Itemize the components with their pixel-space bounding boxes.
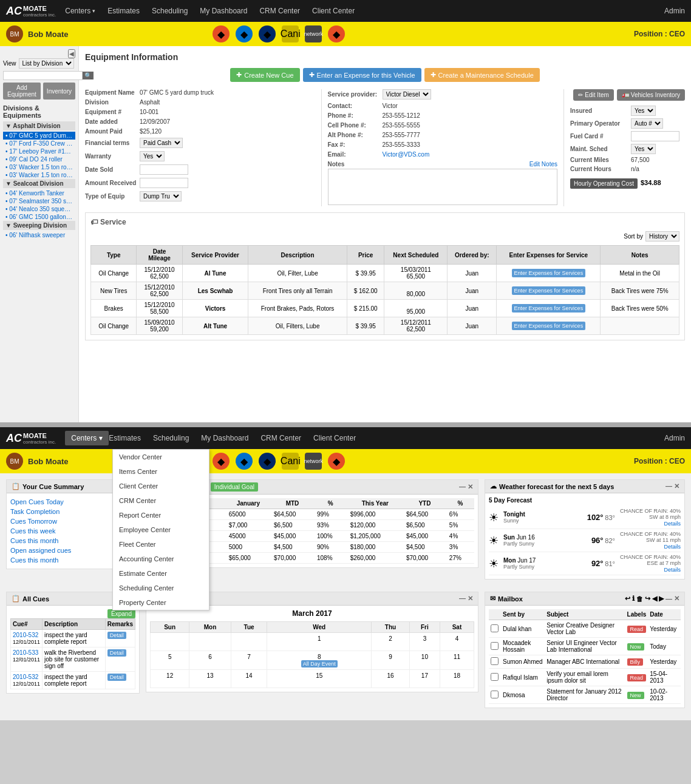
mailbox-trash-icon[interactable]: 🗑 — [636, 595, 643, 603]
noaa-icon[interactable]: ◆ — [259, 25, 276, 42]
sidebar-item-wacker1[interactable]: • 03' Wacker 1.5 ton roller — [3, 163, 75, 171]
goals-close-btn[interactable]: ✕ — [468, 483, 473, 490]
financial-select[interactable]: Paid Cash — [140, 138, 183, 148]
cue-id-link[interactable]: 2010-532 — [13, 674, 38, 680]
extra-icon2[interactable]: ◆ — [328, 25, 345, 42]
expense-btn[interactable]: ✚ Enter an Expense for this Vehicle — [303, 68, 421, 82]
maint-sched-select[interactable]: Yes — [631, 144, 656, 154]
calendar-min-btn[interactable]: — — [459, 595, 466, 602]
email-link[interactable]: Victor@VDS.com — [383, 151, 430, 158]
cue-id-link[interactable]: 2010-533 — [13, 649, 38, 656]
nav-estimates-bottom[interactable]: Estimates — [109, 429, 141, 447]
sidebar-item-kenworth[interactable]: • 04' Kenworth Tanker — [3, 189, 75, 197]
weather-details-link[interactable]: Details — [664, 521, 681, 527]
create-cue-btn[interactable]: ✚ Create New Cue — [230, 68, 299, 82]
nav-scheduling-bottom[interactable]: Scheduling — [153, 429, 189, 447]
asphalt-division-header[interactable]: ▼ Asphalt Division — [3, 121, 75, 130]
expand-btn[interactable]: Expand — [107, 609, 135, 618]
mail-checkbox[interactable] — [491, 691, 499, 698]
mailbox-forward-icon[interactable]: ↪ — [645, 595, 650, 603]
dropdown-fleet-center[interactable]: Fleet Center — [113, 537, 209, 552]
mail-checkbox[interactable] — [491, 673, 499, 681]
noaa-icon-bottom[interactable]: ◆ — [259, 453, 276, 470]
weather-close-btn[interactable]: ✕ — [674, 482, 679, 490]
service-provider-select[interactable]: Victor Diesel — [383, 89, 431, 100]
calendar-day[interactable]: 10 — [409, 651, 440, 670]
detail-btn[interactable]: Detail — [107, 649, 126, 657]
dropdown-scheduling-center[interactable]: Scheduling Center — [113, 581, 209, 595]
calendar-day[interactable]: 15 — [267, 670, 372, 688]
sidebar-item-gmc1500[interactable]: • 06' GMC 1500 gallon tank — [3, 213, 75, 221]
nav-dashboard[interactable]: My Dashboard — [200, 2, 247, 20]
calendar-day[interactable]: 12 — [151, 670, 189, 688]
date-sold-input[interactable] — [140, 164, 188, 175]
network-icon[interactable]: network — [305, 25, 322, 42]
centers-btn-bottom[interactable]: Centers ▾ — [65, 431, 109, 445]
dropdown-client-center[interactable]: Client Center — [113, 479, 209, 493]
dropdown-vendor-center[interactable]: Vendor Center — [113, 450, 209, 464]
calendar-day[interactable]: 16 — [371, 670, 409, 688]
calendar-day[interactable]: 5 — [151, 651, 189, 670]
calendar-day[interactable]: 11 — [440, 651, 474, 670]
cue-id-link[interactable]: 2010-532 — [13, 632, 38, 638]
dropdown-estimate-center[interactable]: Estimate Center — [113, 566, 209, 581]
edit-notes-link[interactable]: Edit Notes — [529, 161, 557, 167]
amount-received-input[interactable] — [140, 178, 188, 188]
extra-icon1[interactable]: Cani — [282, 25, 299, 42]
goals-min-btn[interactable]: — — [459, 483, 466, 490]
dropdown-accounting-center[interactable]: Accounting Center — [113, 552, 209, 566]
fuel-card-input[interactable] — [631, 131, 679, 141]
ie-icon[interactable]: ◆ — [236, 25, 253, 42]
calendar-day[interactable]: 1 — [267, 633, 372, 651]
sweeping-division-header[interactable]: ▼ Sweeping Division — [3, 221, 75, 230]
dropdown-property-center[interactable]: Property Center — [113, 595, 209, 610]
weather-details-link[interactable]: Details — [664, 544, 681, 550]
hourly-btn[interactable]: Hourly Operating Cost — [570, 178, 638, 189]
mailbox-next-icon[interactable]: ▶ — [659, 595, 664, 603]
dropdown-items-center[interactable]: Items Center — [113, 464, 209, 479]
nav-dashboard-bottom[interactable]: My Dashboard — [201, 429, 248, 447]
detail-btn[interactable]: Detail — [107, 674, 126, 681]
calendar-day[interactable]: 2 — [371, 633, 409, 651]
sidebar-find-input[interactable] — [3, 71, 83, 80]
enter-expenses-btn[interactable]: Enter Expenses for Services — [512, 304, 586, 313]
calendar-day[interactable]: 7 — [231, 651, 267, 670]
dropdown-crm-center[interactable]: CRM Center — [113, 493, 209, 508]
ie-icon-bottom[interactable]: ◆ — [236, 453, 253, 470]
nav-client[interactable]: Client Center — [312, 2, 355, 20]
calendar-day[interactable]: 6 — [189, 651, 231, 670]
maintenance-btn[interactable]: ✚ Create a Maintenance Schedule — [424, 68, 540, 82]
calendar-day[interactable]: 14 — [231, 670, 267, 688]
edit-item-btn[interactable]: ✏ Edit Item — [573, 89, 613, 101]
mailbox-prev-icon[interactable]: ◀ — [652, 595, 657, 603]
enter-expenses-btn[interactable]: Enter Expenses for Services — [512, 322, 586, 330]
sidebar-item-wacker2[interactable]: • 03' Wacker 1.5 ton roller — [3, 171, 75, 179]
inventory-btn[interactable]: Inventory — [43, 83, 75, 100]
nav-estimates[interactable]: Estimates — [107, 2, 140, 20]
primary-op-select[interactable]: Auto # — [631, 118, 663, 129]
nav-crm[interactable]: CRM Center — [259, 2, 300, 20]
enter-expenses-btn[interactable]: Enter Expenses for Services — [512, 269, 586, 277]
enter-expenses-btn[interactable]: Enter Expenses for Services — [512, 286, 586, 295]
dropdown-report-center[interactable]: Report Center — [113, 508, 209, 522]
chrome-icon-bottom[interactable]: ◆ — [213, 453, 230, 470]
insured-select[interactable]: Yes — [631, 106, 656, 116]
vehicles-inventory-btn[interactable]: 🚛 Vehicles Inventory — [617, 89, 685, 101]
dropdown-employee-center[interactable]: Employee Center — [113, 522, 209, 537]
sidebar-item-ford[interactable]: • 07' Ford F-350 Crew tru — [3, 140, 75, 147]
sidebar-item-gmc5[interactable]: • 07' GMC 5 yard Dump Truc — [3, 132, 75, 140]
extra-icon-bottom[interactable]: ◆ — [328, 453, 345, 470]
sort-select[interactable]: History — [645, 231, 679, 242]
sidebar-collapse-btn[interactable]: ◀ — [68, 49, 75, 58]
calendar-day[interactable]: 8All Day Event — [267, 651, 372, 670]
sidebar-item-sealmaster[interactable]: • 07' Sealmaster 350 squee... — [3, 197, 75, 205]
calendar-day[interactable]: 18 — [440, 670, 474, 688]
type-select[interactable]: Dump Tru — [140, 191, 182, 201]
calendar-day[interactable]: 9 — [371, 651, 409, 670]
network-icon-bottom[interactable]: network — [305, 453, 322, 470]
calendar-close-btn[interactable]: ✕ — [468, 595, 473, 602]
calendar-day[interactable]: 4 — [440, 633, 474, 651]
mailbox-close-btn[interactable]: ✕ — [674, 595, 679, 603]
nav-centers[interactable]: Centers ▾ — [65, 2, 95, 20]
mail-checkbox[interactable] — [491, 624, 499, 632]
